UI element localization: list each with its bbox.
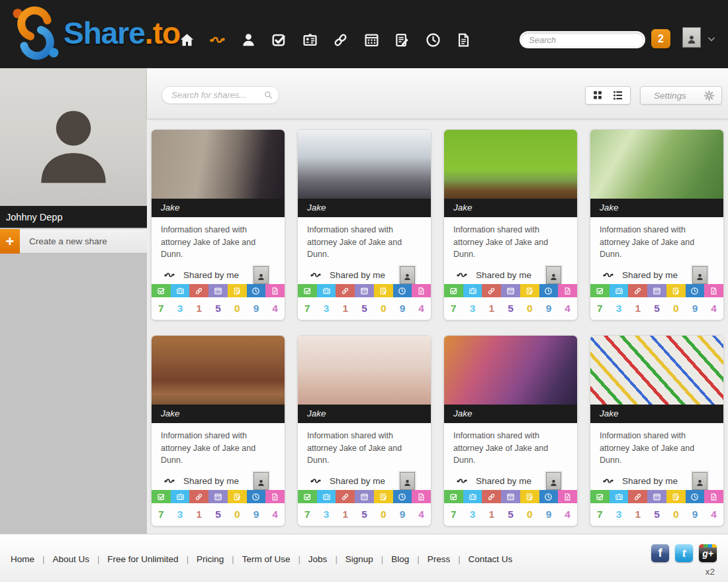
nav-home-icon[interactable] — [171, 25, 203, 54]
strip-note-icon[interactable] — [374, 284, 393, 297]
nav-links-icon[interactable] — [326, 25, 357, 54]
card-shared-row: Shared by me — [298, 266, 431, 284]
strip-document-icon[interactable] — [704, 284, 723, 297]
grid-view-icon[interactable] — [589, 88, 606, 103]
strip-document-icon[interactable] — [412, 284, 431, 297]
strip-note-icon[interactable] — [374, 490, 393, 503]
strip-document-icon[interactable] — [412, 490, 431, 503]
strip-clock-icon[interactable] — [393, 284, 412, 297]
nav-contact-card-icon[interactable] — [295, 25, 326, 54]
nav-tasks-icon[interactable] — [264, 25, 295, 54]
share-card[interactable]: Jake Information shared with attorney Ja… — [297, 335, 432, 526]
strip-clock-icon[interactable] — [686, 490, 705, 503]
strip-clock-icon[interactable] — [686, 284, 705, 297]
account-menu-caret-icon[interactable] — [707, 34, 717, 45]
strip-link-icon[interactable] — [336, 284, 355, 297]
share-card[interactable]: Jake Information shared with attorney Ja… — [151, 129, 285, 320]
strip-note-icon[interactable] — [666, 490, 686, 503]
share-card[interactable]: Jake Information shared with attorney Ja… — [590, 129, 724, 320]
strip-calendar-icon[interactable] — [501, 490, 520, 503]
strip-note-icon[interactable] — [228, 284, 247, 297]
strip-note-icon[interactable] — [228, 490, 247, 503]
notification-badge[interactable]: 2 — [651, 29, 670, 48]
strip-link-icon[interactable] — [189, 490, 208, 503]
strip-link-icon[interactable] — [482, 284, 501, 297]
strip-check-square-icon[interactable] — [590, 284, 610, 297]
plus-icon[interactable]: + — [0, 229, 20, 254]
footer-link-contact-us[interactable]: Contact Us — [465, 554, 517, 564]
strip-link-icon[interactable] — [482, 490, 501, 503]
strip-document-icon[interactable] — [265, 490, 285, 503]
strip-note-icon[interactable] — [666, 284, 686, 297]
footer-link-pricing[interactable]: Pricing — [193, 554, 228, 564]
share-card[interactable]: Jake Information shared with attorney Ja… — [590, 335, 724, 526]
share-card[interactable]: Jake Information shared with attorney Ja… — [443, 335, 578, 526]
strip-calendar-icon[interactable] — [355, 490, 374, 503]
strip-clock-icon[interactable] — [247, 490, 266, 503]
footer-link-press[interactable]: Press — [424, 554, 455, 564]
footer-link-free-for-unlimited[interactable]: Free for Unlimited — [103, 554, 182, 564]
strip-link-icon[interactable] — [628, 490, 647, 503]
strip-clock-icon[interactable] — [247, 284, 266, 297]
strip-check-square-icon[interactable] — [152, 490, 171, 503]
footer-link-home[interactable]: Home — [7, 554, 38, 564]
strip-check-square-icon[interactable] — [590, 490, 610, 503]
list-view-icon[interactable] — [610, 88, 627, 103]
strip-document-icon[interactable] — [558, 490, 577, 503]
header-search-input[interactable] — [520, 31, 645, 48]
strip-calendar-icon[interactable] — [647, 490, 666, 503]
footer-link-jobs[interactable]: Jobs — [304, 554, 332, 564]
strip-calendar-icon[interactable] — [208, 490, 228, 503]
google-plus-icon[interactable]: g+ — [699, 544, 717, 562]
strip-note-icon[interactable] — [520, 490, 539, 503]
shares-search-input[interactable] — [161, 86, 279, 104]
strip-clock-icon[interactable] — [539, 284, 559, 297]
strip-check-square-icon[interactable] — [298, 284, 317, 297]
strip-link-icon[interactable] — [189, 284, 208, 297]
create-share-button[interactable]: + Create a new share — [0, 229, 147, 254]
nav-notes-icon[interactable] — [387, 25, 418, 54]
strip-calendar-icon[interactable] — [647, 284, 666, 297]
share-card[interactable]: Jake Information shared with attorney Ja… — [151, 335, 285, 526]
twitter-icon[interactable]: t — [675, 544, 693, 562]
app-logo[interactable]: Share.to — [9, 5, 180, 61]
strip-calendar-icon[interactable] — [208, 284, 228, 297]
strip-check-square-icon[interactable] — [152, 284, 171, 297]
strip-link-icon[interactable] — [336, 490, 355, 503]
gear-icon — [703, 89, 715, 102]
footer-link-about-us[interactable]: About Us — [48, 554, 93, 564]
user-avatar[interactable] — [682, 27, 701, 48]
strip-document-icon[interactable] — [265, 284, 285, 297]
strip-clock-icon[interactable] — [393, 490, 412, 503]
strip-contact-card-icon[interactable] — [610, 284, 629, 297]
footer-link-blog[interactable]: Blog — [387, 554, 413, 564]
nav-documents-icon[interactable] — [449, 25, 480, 54]
strip-document-icon[interactable] — [704, 490, 723, 503]
strip-clock-icon[interactable] — [539, 490, 559, 503]
nav-contacts-icon[interactable] — [233, 25, 264, 54]
strip-check-square-icon[interactable] — [298, 490, 317, 503]
nav-time-icon[interactable] — [418, 25, 449, 54]
facebook-icon[interactable]: f — [651, 544, 669, 562]
footer-link-term-of-use[interactable]: Term of Use — [238, 554, 295, 564]
strip-contact-card-icon[interactable] — [171, 490, 190, 503]
share-card[interactable]: Jake Information shared with attorney Ja… — [297, 129, 432, 320]
strip-check-square-icon[interactable] — [444, 284, 463, 297]
strip-contact-card-icon[interactable] — [463, 490, 482, 503]
footer-link-signup[interactable]: Signup — [341, 554, 377, 564]
nav-shares-icon[interactable] — [203, 25, 234, 54]
strip-check-square-icon[interactable] — [444, 490, 463, 503]
strip-contact-card-icon[interactable] — [317, 490, 336, 503]
strip-link-icon[interactable] — [628, 284, 647, 297]
strip-document-icon[interactable] — [558, 284, 577, 297]
strip-contact-card-icon[interactable] — [463, 284, 482, 297]
strip-calendar-icon[interactable] — [355, 284, 374, 297]
share-card[interactable]: Jake Information shared with attorney Ja… — [443, 129, 578, 320]
nav-calendar-icon[interactable] — [356, 25, 387, 54]
settings-button[interactable]: Settings — [640, 86, 722, 105]
strip-contact-card-icon[interactable] — [610, 490, 629, 503]
strip-calendar-icon[interactable] — [501, 284, 520, 297]
strip-contact-card-icon[interactable] — [317, 284, 336, 297]
strip-note-icon[interactable] — [520, 284, 539, 297]
strip-contact-card-icon[interactable] — [171, 284, 190, 297]
